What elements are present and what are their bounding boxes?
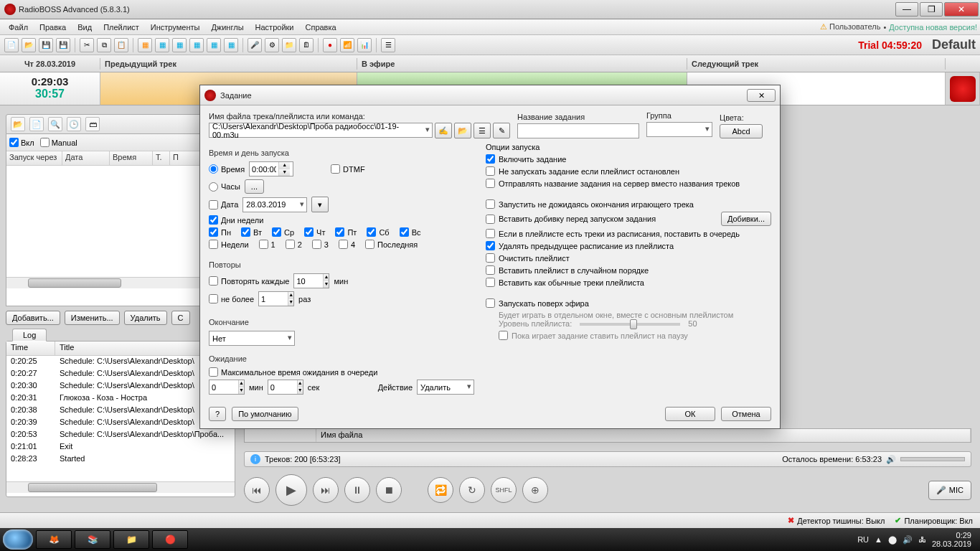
repeat-button[interactable]: 🔁 xyxy=(428,477,453,503)
enable-checkbox[interactable]: Вкл xyxy=(9,138,34,147)
week-2[interactable]: 2 xyxy=(286,240,302,249)
repeat-every-checkbox[interactable]: Повторять каждые xyxy=(209,276,289,286)
tool-paste-icon[interactable]: 📋 xyxy=(114,38,128,52)
tool-broadcast-icon[interactable]: 📶 xyxy=(340,38,354,52)
date-combo[interactable]: 28.03.2019 xyxy=(242,197,307,212)
delete-button[interactable]: Удалить xyxy=(124,311,167,325)
next-button[interactable]: ⏭ xyxy=(313,477,339,503)
tool-mic-icon[interactable]: 🎤 xyxy=(248,38,262,52)
ok-button[interactable]: ОК xyxy=(665,407,715,421)
tool-folder-icon[interactable]: 📁 xyxy=(282,38,296,52)
week-1[interactable]: 1 xyxy=(259,240,275,249)
opt-overlay[interactable]: Запускать поверх эфира xyxy=(486,298,771,308)
tool-new-icon[interactable]: 📄 xyxy=(4,38,19,52)
path-combo[interactable]: C:\Users\Alexandr\Desktop\Проба радиобос… xyxy=(209,123,433,138)
log-row[interactable]: 0:20:53Schedule: C:\Users\Alexandr\Deskt… xyxy=(6,429,235,441)
day-fri[interactable]: Пт xyxy=(335,227,357,237)
profile-name[interactable]: Default xyxy=(932,37,976,52)
pause-button[interactable]: ⏸ xyxy=(344,477,370,503)
tool-save-icon[interactable]: 💾 xyxy=(39,38,53,52)
menu-edit[interactable]: Правка xyxy=(34,22,72,33)
dtmf-checkbox[interactable]: DTMF xyxy=(331,164,365,174)
opt-pause-playlist[interactable]: Пока играет задание ставить плейлист на … xyxy=(499,331,771,340)
tool-grid1-icon[interactable]: ▦ xyxy=(138,38,152,52)
menu-view[interactable]: Вид xyxy=(72,22,98,33)
opt-remove-prev[interactable]: Удалять предыдущее расписание из плейлис… xyxy=(486,241,771,250)
tray-network-icon[interactable]: 🖧 xyxy=(918,535,926,544)
add-button[interactable]: Добавить... xyxy=(6,311,60,325)
task-radioboss-icon[interactable]: 🔴 xyxy=(152,530,188,549)
col-time[interactable]: Время xyxy=(110,151,153,165)
browse-button[interactable]: 📂 xyxy=(454,123,471,138)
menu-help[interactable]: Справка xyxy=(299,22,341,33)
fillers-button[interactable]: Добивки... xyxy=(721,212,771,226)
repeat-max-spinner[interactable]: ▲▼ xyxy=(258,291,294,306)
opt-queue-if-sched[interactable]: Если в плейлисте есть треки из расписани… xyxy=(486,229,771,238)
tool-saveas-icon[interactable]: 💾 xyxy=(56,38,70,52)
overlay-level-slider[interactable] xyxy=(580,323,680,326)
taskname-input[interactable] xyxy=(517,123,639,138)
wait-sec-spinner[interactable]: ▲▼ xyxy=(268,380,303,395)
log-row[interactable]: 0:28:23Started xyxy=(6,453,235,466)
minimize-button[interactable]: — xyxy=(895,2,918,17)
col-t[interactable]: Т. xyxy=(153,151,170,165)
opt-clear-playlist[interactable]: Очистить плейлист xyxy=(486,253,771,263)
defaults-button[interactable]: По умолчанию xyxy=(232,407,298,421)
dialog-close-button[interactable]: ✕ xyxy=(747,89,776,102)
task-explorer-icon[interactable]: 📁 xyxy=(113,530,149,549)
tool-calendar-icon[interactable]: 🗓 xyxy=(299,38,314,52)
edit-path-button[interactable]: ✎ xyxy=(493,123,510,138)
tool-open-icon[interactable]: 📂 xyxy=(22,38,36,52)
opt-send-taskname[interactable]: Отправлять название задания на сервер вм… xyxy=(486,179,771,188)
tray-flag-icon[interactable]: ▲ xyxy=(875,535,882,544)
help-button[interactable]: ? xyxy=(209,407,226,421)
tool-grid3-icon[interactable]: ▦ xyxy=(172,38,187,52)
time-spinner[interactable]: ▲▼ xyxy=(249,161,293,176)
tool-copy-icon[interactable]: ⧉ xyxy=(97,38,111,52)
opt-shuffle-insert[interactable]: Вставить плейлист в случайном порядке xyxy=(486,265,771,275)
wand-button[interactable]: ✍ xyxy=(435,123,452,138)
start-button[interactable] xyxy=(3,529,33,550)
weeks-checkbox[interactable]: Недели xyxy=(209,240,249,249)
repeat-max-checkbox[interactable]: не более xyxy=(209,294,254,303)
day-thu[interactable]: Чт xyxy=(304,227,325,237)
date-dropdown-button[interactable]: ▾ xyxy=(311,197,329,212)
tool-record-icon[interactable]: ● xyxy=(323,38,337,52)
cancel-button[interactable]: Отмена xyxy=(721,407,771,421)
volume-icon[interactable]: 🔊 xyxy=(886,455,896,464)
loop-button[interactable]: ↻ xyxy=(459,477,485,503)
group-combo[interactable] xyxy=(646,122,712,137)
week-last[interactable]: Последняя xyxy=(365,240,418,249)
play-button[interactable]: ▶ xyxy=(275,474,307,506)
tray-action-icon[interactable]: ⬤ xyxy=(888,535,897,545)
opt-insert-filler[interactable]: Вставить добивку перед запуском задания … xyxy=(486,212,771,226)
hours-radio[interactable]: Часы xyxy=(209,182,240,192)
tab-open-icon[interactable]: 📂 xyxy=(11,117,25,131)
end-combo[interactable]: Нет xyxy=(209,331,295,346)
colors-button[interactable]: Abcd xyxy=(720,124,763,138)
wait-min-spinner[interactable]: ▲▼ xyxy=(209,380,245,395)
week-4[interactable]: 4 xyxy=(339,240,355,249)
repeat-value-spinner[interactable]: ▲▼ xyxy=(293,273,329,288)
menu-settings[interactable]: Настройки xyxy=(250,22,300,33)
tab-doc-icon[interactable]: 📄 xyxy=(29,117,44,131)
tab-clock-icon[interactable]: 🕒 xyxy=(67,117,81,131)
playlist-col-filename[interactable]: Имя файла xyxy=(316,429,971,442)
tool-stats-icon[interactable]: 📊 xyxy=(357,38,372,52)
log-col-time[interactable]: Time xyxy=(6,342,55,355)
day-sat[interactable]: Сб xyxy=(367,227,389,237)
tool-cut-icon[interactable]: ✂ xyxy=(80,38,94,52)
opt-run-immediate[interactable]: Запустить не дожидаясь окончания играюще… xyxy=(486,199,771,209)
week-3[interactable]: 3 xyxy=(312,240,329,249)
mic-button[interactable]: 🎤 MIC xyxy=(928,481,971,500)
list-button[interactable]: ☰ xyxy=(473,123,491,138)
tray-volume-icon[interactable]: 🔊 xyxy=(903,535,913,545)
time-radio[interactable]: Время xyxy=(209,164,245,174)
day-sun[interactable]: Вс xyxy=(400,227,421,237)
wait-max-checkbox[interactable]: Максимальное время ожидания в очереди xyxy=(209,367,377,377)
weekdays-checkbox[interactable]: Дни недели xyxy=(209,215,263,225)
task-firefox-icon[interactable]: 🦊 xyxy=(36,530,72,549)
close-button[interactable]: ✕ xyxy=(944,2,979,17)
volume-slider[interactable] xyxy=(900,457,965,461)
prev-button[interactable]: ⏮ xyxy=(244,477,270,503)
